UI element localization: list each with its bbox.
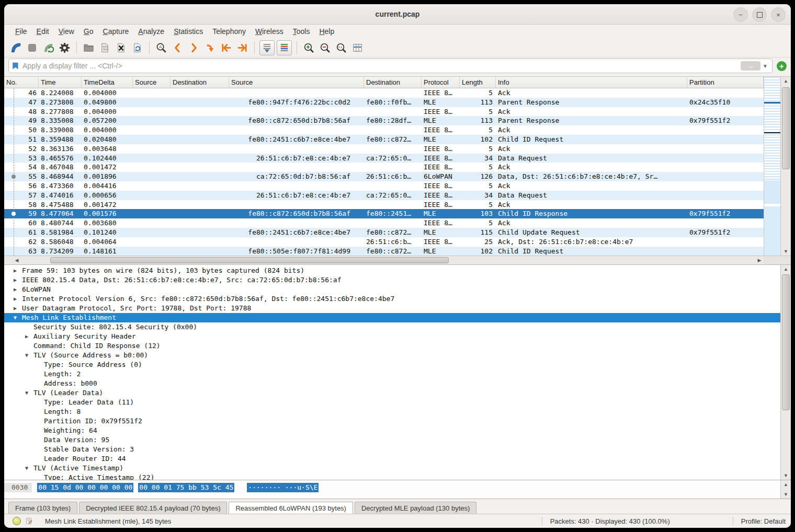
menu-statistics[interactable]: Statistics [169,26,208,37]
next-packet-button[interactable] [186,40,201,55]
packet-row[interactable]: 468.2240080.004000IEEE 8…5Ack [4,88,764,98]
go-to-packet-button[interactable] [202,40,218,55]
zoom-original-button[interactable]: 1:1 [334,40,349,55]
column-header-time[interactable]: Time [39,77,82,88]
detail-row[interactable]: Leader Router ID: 44 [4,454,780,464]
hex-ascii-selected[interactable]: ········ ···u·S\E [247,483,319,492]
packet-row[interactable]: 498.3350080.057200fe80::c872:650d:b7b8:5… [4,116,764,125]
capture-options-button[interactable] [57,40,72,55]
detail-row[interactable]: ▼TLV (Leader Data) [4,388,780,398]
start-capture-button[interactable] [8,40,24,55]
column-header-no[interactable]: No. [4,77,39,88]
packet-row[interactable]: 518.3594880.020480fe80::2451:c6b7:e8ce:4… [4,135,764,144]
column-header-destination[interactable]: Destination [364,77,422,88]
packet-row[interactable]: 588.4754880.001472IEEE 8…5Ack [4,200,764,210]
detail-row[interactable]: Partition ID: 0x79f551f2 [4,417,780,426]
detail-row[interactable]: ▶User Datagram Protocol, Src Port: 19788… [4,304,780,313]
status-profile[interactable]: Profile: Default [741,517,786,525]
zoom-out-button[interactable] [317,40,333,55]
detail-row[interactable]: ▶Frame 59: 103 bytes on wire (824 bits),… [4,266,780,275]
menu-go[interactable]: Go [79,26,98,37]
byte-view-tab-2[interactable]: Decrypted IEEE 802.15.4 payload (70 byte… [79,502,227,514]
hex-dump-row[interactable]: 0030 00 15 0d 00 00 00 00 00 00 00 01 75… [4,480,780,499]
restart-capture-button[interactable] [41,40,56,55]
scroll-down-arrow[interactable]: ▼ [781,247,791,256]
detail-row[interactable]: Data Version: 95 [4,435,780,445]
detail-row[interactable]: Command: Child ID Response (12) [4,341,780,351]
scroll-down-arrow[interactable]: ▼ [781,490,791,499]
apply-filter-button[interactable]: → [741,61,760,71]
capture-comment-icon[interactable] [25,517,33,525]
menu-view[interactable]: View [54,26,79,37]
packet-row[interactable]: 538.4655760.10244026:51:c6:b7:e8:ce:4b:e… [4,154,764,163]
column-header-length[interactable]: Length [460,77,496,88]
stop-capture-button[interactable] [25,40,40,55]
detail-row[interactable]: Stable Data Version: 3 [4,445,780,454]
detail-row[interactable]: Length: 2 [4,369,780,379]
close-file-button[interactable] [113,40,129,55]
scrollbar-thumb[interactable] [782,87,790,169]
menu-capture[interactable]: Capture [98,26,134,37]
detail-row[interactable]: ▶IEEE 802.15.4 Data, Dst: 26:51:c6:b7:e8… [4,275,780,285]
expert-info-icon[interactable] [13,517,21,525]
filter-bookmark-icon[interactable] [11,61,20,71]
scroll-up-arrow[interactable]: ▲ [781,480,791,489]
expand-arrow-icon[interactable]: ▶ [14,275,17,285]
previous-packet-button[interactable] [170,40,185,55]
expand-arrow-icon[interactable]: ▶ [14,285,17,294]
intelligent-scrollbar-minimap[interactable] [764,77,780,256]
hex-vertical-scrollbar[interactable]: ▲ ▼ [780,480,791,499]
column-header-source[interactable]: Source [229,77,364,88]
expand-arrow-icon[interactable]: ▶ [14,304,17,313]
detail-row[interactable]: Type: Leader Data (11) [4,398,780,407]
scroll-right-arrow[interactable]: ▶ [755,256,764,264]
packet-row[interactable]: 548.4670480.001472IEEE 8…5Ack [4,163,764,172]
auto-scroll-button[interactable] [259,40,275,55]
packet-row[interactable]: 618.5819840.101240fe80::2451:c6b7:e8ce:4… [4,228,764,237]
detail-vertical-scrollbar[interactable]: ▲ ▼ [780,265,791,480]
column-header-source[interactable]: Source [133,77,171,88]
column-header-protocol[interactable]: Protocol [422,77,460,88]
packet-row[interactable]: 558.4689440.001896ca:72:65:0d:b7:b8:56:a… [4,172,764,181]
packet-list-vertical-scrollbar[interactable]: ▲ ▼ [780,77,791,256]
scrollbar-thumb[interactable] [50,257,449,263]
scroll-down-arrow[interactable]: ▼ [781,471,791,480]
maximize-button[interactable] [752,7,767,22]
detail-row[interactable]: ▶Auxiliary Security Header [4,332,780,341]
display-filter-input[interactable] [20,62,741,70]
add-filter-button[interactable]: + [777,61,787,71]
packet-row[interactable]: 578.4740160.00065626:51:c6:b7:e8:ce:4b:e… [4,191,764,200]
scroll-left-arrow[interactable]: ◀ [13,256,21,264]
expand-arrow-icon[interactable]: ▶ [14,266,17,275]
menu-help[interactable]: Help [314,26,339,37]
collapse-arrow-icon[interactable]: ▼ [25,464,28,473]
detail-row[interactable]: Length: 8 [4,407,780,417]
packet-row[interactable]: 488.2778080.004000IEEE 8…5Ack [4,107,764,117]
detail-row[interactable]: Type: Source Address (0) [4,360,780,369]
column-header-timedelta[interactable]: TimeDelta [82,77,133,88]
byte-view-tab-1[interactable]: Frame (103 bytes) [8,502,77,514]
packet-row[interactable]: 568.4733600.004416IEEE 8…5Ack [4,181,764,191]
menu-wireless[interactable]: Wireless [251,26,288,37]
column-header-info[interactable]: Info [496,77,687,88]
byte-view-tab-3[interactable]: Reassembled 6LoWPAN (193 bytes) [229,502,353,514]
packet-row[interactable]: 528.3631360.003648IEEE 8…5Ack [4,144,764,154]
collapse-arrow-icon[interactable]: ▼ [14,313,17,322]
packet-list-horizontal-scrollbar[interactable]: ◀ ▶ [4,256,764,264]
scroll-up-arrow[interactable]: ▲ [781,265,791,273]
hex-bytes-selected[interactable]: 00 15 0d 00 00 00 00 00 [37,483,133,492]
detail-row[interactable]: Type: Active Timestamp (22) [4,473,780,480]
detail-row[interactable]: Weighting: 64 [4,426,780,435]
column-header-partition[interactable]: Partition [687,77,764,88]
find-packet-button[interactable]: A [154,40,169,55]
packet-row[interactable]: 478.2738080.049800fe80::947f:f476:22bc:c… [4,98,764,107]
menu-file[interactable]: File [10,26,32,37]
expand-arrow-icon[interactable]: ▶ [25,332,28,341]
detail-row[interactable]: ▶Internet Protocol Version 6, Src: fe80:… [4,294,780,304]
expand-arrow-icon[interactable]: ▶ [14,294,17,304]
hex-bytes-selected[interactable]: 00 00 01 75 bb 53 5c 45 [138,483,234,492]
menu-telephony[interactable]: Telephony [208,26,251,37]
packet-row[interactable]: 508.3390080.004000IEEE 8…5Ack [4,125,764,135]
menu-analyze[interactable]: Analyze [133,26,169,37]
last-packet-button[interactable] [235,40,250,55]
